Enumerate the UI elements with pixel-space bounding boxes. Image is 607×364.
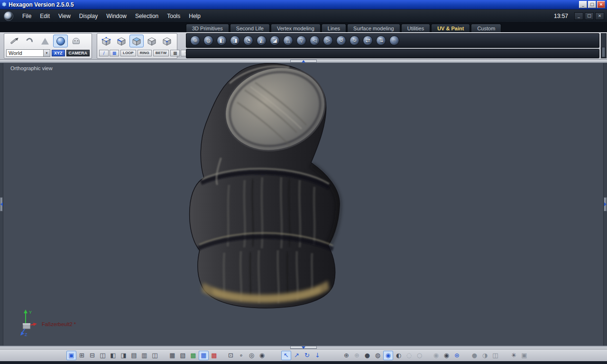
uv-stitch[interactable]: ▽ — [295, 34, 308, 47]
layout-single[interactable]: ▣ — [66, 351, 76, 360]
drop-import[interactable]: ↓ — [313, 351, 322, 360]
select-all-button[interactable] — [160, 35, 174, 47]
minimize-button[interactable]: _ — [579, 1, 587, 8]
shade-flat[interactable]: ● — [362, 351, 372, 360]
tab-lines[interactable]: Lines — [322, 24, 346, 32]
grid-active-toggle[interactable]: ▦ — [199, 351, 209, 360]
visibility-eye[interactable]: ◉ — [257, 351, 267, 360]
tab-uv-paint[interactable]: UV & Paint — [431, 24, 470, 32]
world-axis-dropdown[interactable]: World ▼ — [6, 49, 50, 57]
menu-tools[interactable]: Tools — [163, 11, 184, 21]
zoom-magnifier[interactable]: ◎ — [247, 351, 257, 360]
menu-view[interactable]: View — [54, 11, 75, 21]
tool-button-sphere[interactable] — [53, 35, 68, 47]
menu-help[interactable]: Help — [184, 11, 205, 21]
select-edges-button[interactable] — [114, 35, 129, 47]
bottom-splitter[interactable] — [0, 346, 607, 349]
uv-rotate-right[interactable]: ↻ — [348, 34, 361, 47]
layout-left-pane[interactable]: ◧ — [108, 351, 118, 360]
xyz-button[interactable]: XYZ — [52, 50, 65, 56]
tool-button-ghost[interactable] — [69, 35, 83, 47]
shade-smooth[interactable]: ◍ — [373, 351, 383, 360]
uv-pack[interactable]: ▷ — [322, 34, 334, 47]
select-grow-toggle[interactable]: ▦ — [170, 50, 180, 56]
uv-pin[interactable]: ◪ — [268, 34, 281, 47]
toolbar-scrollbar[interactable] — [601, 33, 607, 58]
select-points-button[interactable] — [99, 35, 113, 47]
layout-quad[interactable]: ⊞ — [77, 351, 87, 360]
preview-sphere-smooth[interactable]: ● — [469, 351, 479, 360]
left-splitter-handle[interactable] — [0, 197, 3, 211]
menu-display[interactable]: Display — [75, 11, 102, 21]
model-fasszerbeult2[interactable] — [184, 61, 345, 312]
tab-surface-modeling[interactable]: Surface modeling — [347, 24, 400, 32]
tab-second-life[interactable]: Second Life — [230, 24, 270, 32]
fit-selection[interactable]: ⊡ — [226, 351, 236, 360]
edge-grid-toggle[interactable]: ▦ — [110, 50, 119, 56]
layout-right-pane[interactable]: ◨ — [119, 351, 129, 360]
shade-textured[interactable]: ◉ — [383, 351, 393, 360]
viewport-3d[interactable]: Orthographic view Y Z Faßzerbeult2 * — [0, 60, 607, 349]
select-object-button[interactable] — [145, 35, 159, 47]
menu-file[interactable]: File — [18, 11, 36, 21]
grid-green-toggle[interactable]: ▩ — [188, 351, 198, 360]
eye-perspective[interactable]: ◉ — [431, 351, 441, 360]
uv-mirror-u[interactable]: ⇄ — [361, 34, 374, 47]
shade-wire-shaded[interactable]: ◐ — [394, 351, 404, 360]
loop-button[interactable]: LOOP — [120, 50, 136, 56]
ring-button[interactable]: RING — [138, 50, 152, 56]
tool-button-cone[interactable] — [37, 35, 52, 47]
shade-bbox[interactable]: ○ — [414, 351, 424, 360]
doc-minimize-button[interactable]: _ — [574, 12, 583, 20]
layout-split-v[interactable]: ◫ — [98, 351, 108, 360]
menu-selection[interactable]: Selection — [131, 11, 163, 21]
top-splitter[interactable] — [0, 60, 607, 63]
paint-brush-toggle[interactable]: ▧ — [178, 351, 188, 360]
snapshot-camera[interactable]: ▣ — [519, 351, 529, 360]
top-splitter-handle[interactable] — [290, 60, 317, 63]
select-faces-button[interactable] — [129, 35, 144, 47]
preview-sphere-backface[interactable]: ◑ — [480, 351, 490, 360]
close-button[interactable]: × — [597, 1, 605, 8]
toolbar-scrollbar-thumb[interactable] — [602, 47, 606, 57]
uv-mirror-v[interactable]: ⇅ — [375, 34, 387, 47]
snap-pointer[interactable]: ↻ — [302, 351, 312, 360]
select-pointer[interactable]: ↖ — [281, 351, 291, 360]
uv-checker-sphere[interactable]: ◍ — [202, 34, 215, 47]
uv-unfold[interactable]: ◭ — [255, 34, 268, 47]
light-toggle[interactable]: ✳ — [509, 351, 519, 360]
edge-pencil-toggle[interactable]: ∕ — [99, 50, 109, 56]
paint-on-3d[interactable]: ◦ — [388, 34, 401, 47]
maximize-button[interactable]: □ — [588, 1, 596, 8]
uv-spherical-projection[interactable]: ⊕ — [189, 34, 202, 47]
layout-columns[interactable]: ◫ — [150, 351, 160, 360]
right-splitter[interactable] — [603, 63, 607, 346]
uv-relax[interactable]: ◁ — [308, 34, 321, 47]
tab-vertex-modeling[interactable]: Vertex modeling — [271, 24, 321, 32]
orbit-gizmo[interactable]: ⊛ — [452, 351, 462, 360]
eye-orthographic[interactable]: ◉ — [441, 351, 451, 360]
layout-rows[interactable]: ▤ — [129, 351, 139, 360]
grid-multi-toggle[interactable]: ▩ — [209, 351, 219, 360]
left-splitter[interactable] — [0, 63, 3, 346]
tool-button-hook[interactable] — [22, 35, 37, 47]
uv-cylindrical-projection[interactable]: ◨ — [229, 34, 241, 47]
layout-split-h[interactable]: ⊟ — [87, 351, 97, 360]
betw-button[interactable]: BETW — [153, 50, 169, 56]
shade-hidden-line[interactable]: ⊕ — [352, 351, 362, 360]
shade-ghost[interactable]: ◌ — [404, 351, 414, 360]
uv-checker-paint[interactable]: ▦ — [167, 351, 177, 360]
doc-restore-button[interactable]: □ — [585, 12, 594, 20]
uv-box-projection[interactable]: ◧ — [215, 34, 228, 47]
menu-edit[interactable]: Edit — [36, 11, 54, 21]
move-pointer[interactable]: ↗ — [292, 351, 302, 360]
doc-close-button[interactable]: × — [595, 12, 604, 20]
tab-utilities[interactable]: Utilities — [401, 24, 430, 32]
chevron-down-icon[interactable]: ▼ — [43, 50, 50, 56]
uv-rotate-left[interactable]: ↺ — [335, 34, 348, 47]
shade-wire-globe[interactable]: ⊕ — [341, 351, 351, 360]
uv-cut-seam[interactable]: △ — [282, 34, 294, 47]
tab-custom[interactable]: Custom — [471, 24, 501, 32]
menu-window[interactable]: Window — [102, 11, 131, 21]
center-view[interactable]: ∘ — [236, 351, 246, 360]
